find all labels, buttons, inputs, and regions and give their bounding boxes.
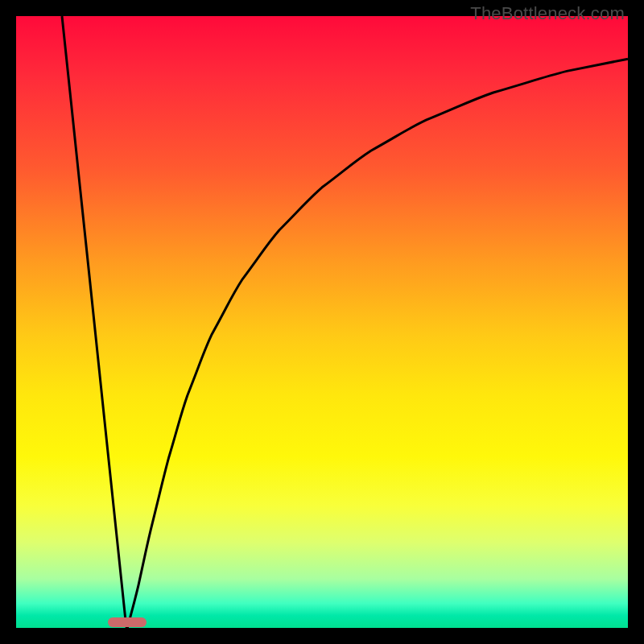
curve-left-branch (62, 16, 127, 628)
watermark-text: TheBottleneck.com (470, 3, 625, 24)
curve-right-branch (127, 59, 628, 628)
curve-layer (16, 16, 628, 628)
minimum-marker (108, 617, 147, 627)
plot-area (16, 16, 628, 628)
chart-frame: TheBottleneck.com (0, 0, 644, 644)
